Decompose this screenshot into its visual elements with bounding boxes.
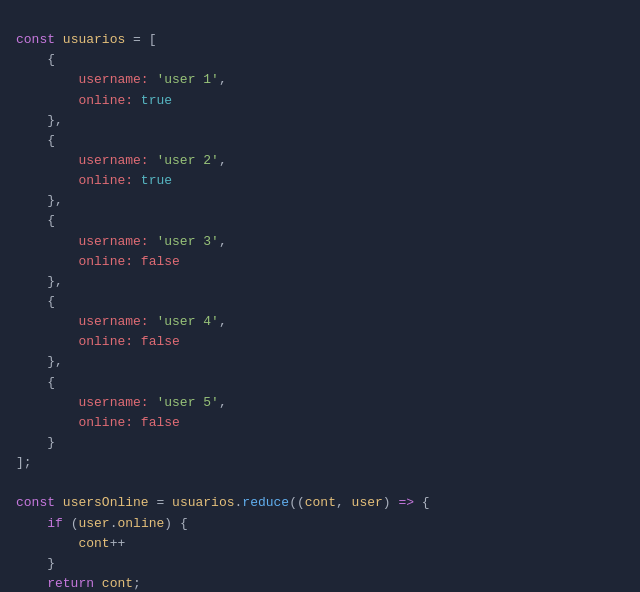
code-editor: const usuarios = [ { username: 'user 1',… — [16, 10, 624, 592]
